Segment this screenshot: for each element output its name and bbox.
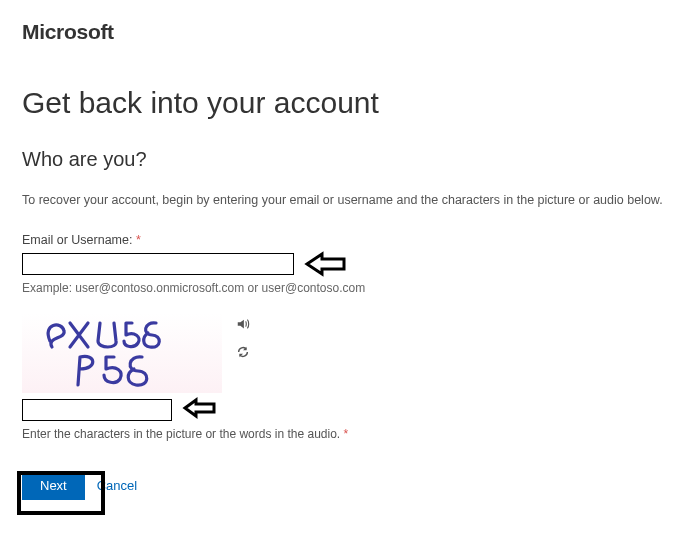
refresh-icon[interactable]: [236, 345, 250, 359]
required-indicator: *: [136, 233, 141, 247]
email-label: Email or Username: *: [22, 233, 663, 247]
email-example-text: Example: user@contoso.onmicrosoft.com or…: [22, 281, 663, 295]
brand-logo: Microsoft: [22, 20, 663, 44]
audio-icon[interactable]: [236, 317, 250, 331]
next-button[interactable]: Next: [22, 471, 85, 500]
captcha-hint-text: Enter the characters in the picture or t…: [22, 427, 663, 441]
email-label-text: Email or Username:: [22, 233, 132, 247]
arrow-annotation-icon: [182, 397, 218, 419]
captcha-input[interactable]: [22, 399, 172, 421]
page-title: Get back into your account: [22, 86, 663, 120]
instruction-text: To recover your account, begin by enteri…: [22, 193, 663, 207]
page-subtitle: Who are you?: [22, 148, 663, 171]
captcha-hint-label: Enter the characters in the picture or t…: [22, 427, 340, 441]
email-input[interactable]: [22, 253, 294, 275]
arrow-annotation-icon: [304, 251, 348, 277]
captcha-image: [22, 313, 222, 393]
cancel-link[interactable]: Cancel: [97, 478, 137, 493]
required-indicator: *: [344, 427, 349, 441]
